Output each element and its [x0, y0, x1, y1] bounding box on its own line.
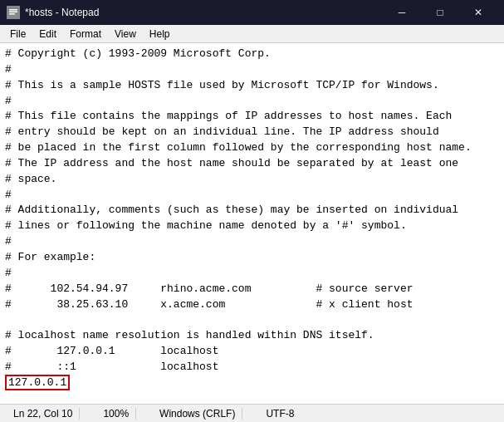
highlighted-ip: 127.0.0.1	[5, 375, 70, 390]
window-title: *hosts - Notepad	[25, 7, 99, 18]
zoom-level: 100%	[96, 408, 136, 420]
status-bar: Ln 22, Col 10 100% Windows (CRLF) UTF-8	[0, 404, 504, 422]
svg-rect-3	[9, 13, 15, 15]
cursor-position: Ln 22, Col 10	[7, 408, 80, 420]
menu-file[interactable]: File	[3, 27, 32, 42]
window-controls: ─ □ ✕	[383, 0, 497, 25]
menu-format[interactable]: Format	[63, 27, 108, 42]
menu-view[interactable]: View	[108, 27, 143, 42]
text-editor[interactable]: # Copyright (c) 1993-2009 Microsoft Corp…	[0, 43, 504, 404]
menu-edit[interactable]: Edit	[32, 27, 63, 42]
maximize-button[interactable]: □	[421, 0, 459, 25]
menu-help[interactable]: Help	[143, 27, 177, 42]
encoding: UTF-8	[259, 408, 301, 420]
title-bar: *hosts - Notepad ─ □ ✕	[0, 0, 504, 25]
svg-rect-2	[9, 12, 17, 13]
svg-rect-1	[9, 9, 17, 11]
menu-bar: File Edit Format View Help	[0, 25, 504, 43]
title-bar-left: *hosts - Notepad	[7, 6, 99, 19]
line-ending: Windows (CRLF)	[153, 408, 242, 420]
close-button[interactable]: ✕	[459, 0, 497, 25]
minimize-button[interactable]: ─	[383, 0, 421, 25]
app-icon	[7, 6, 20, 19]
